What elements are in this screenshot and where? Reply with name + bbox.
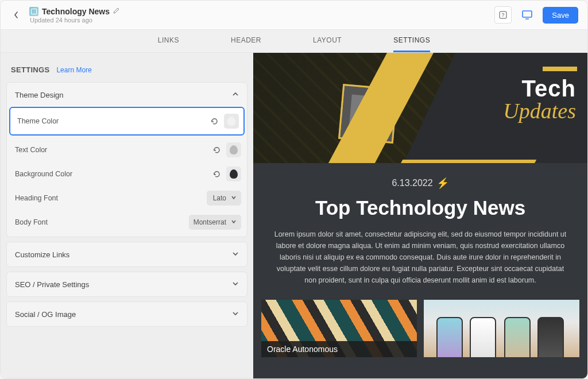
updated-text: Updated 24 hours ago — [30, 17, 494, 24]
svg-text:?: ? — [502, 12, 505, 18]
tab-settings[interactable]: SETTINGS — [393, 36, 430, 52]
hero-banner: Tech Updates — [253, 53, 587, 163]
bolt-icon: ⚡ — [436, 177, 449, 190]
chevron-down-icon — [232, 309, 239, 319]
row-bg-color[interactable]: Background Color — [7, 162, 247, 186]
page-title: Technology News — [42, 7, 110, 16]
body-font-select[interactable]: Montserrat — [189, 215, 241, 230]
preview-body: Lorem ipsum dolor sit amet, consectetur … — [271, 229, 570, 286]
top-bar: Technology News Updated 24 hours ago ? S… — [1, 1, 587, 30]
section-head-theme-design[interactable]: Theme Design — [7, 83, 247, 107]
row-body-font[interactable]: Body Font Montserrat — [7, 210, 247, 237]
preview-card-1: Oracle Autonomous — [261, 300, 417, 357]
section-customize-links: Customize Links — [6, 242, 247, 267]
help-button[interactable]: ? — [494, 6, 512, 24]
chevron-down-icon — [231, 194, 237, 202]
section-seo: SEO / Private Settings — [6, 272, 247, 297]
chevron-down-icon — [232, 279, 239, 289]
tab-header[interactable]: HEADER — [231, 36, 261, 52]
row-heading-font[interactable]: Heading Font Lato — [7, 186, 247, 210]
heading-font-select[interactable]: Lato — [207, 191, 241, 206]
theme-color-swatch[interactable] — [224, 114, 239, 129]
svg-rect-2 — [523, 11, 532, 17]
back-button[interactable] — [10, 9, 22, 21]
preview-device-button[interactable] — [519, 6, 536, 24]
text-color-swatch[interactable] — [226, 142, 241, 157]
row-text-color[interactable]: Text Color — [7, 138, 247, 162]
chevron-down-icon — [232, 249, 239, 260]
edit-title-button[interactable] — [113, 7, 120, 16]
preview-date: 6.13.2022 — [392, 178, 432, 188]
row-theme-color[interactable]: Theme Color — [9, 107, 245, 136]
section-social: Social / OG Image — [6, 301, 247, 327]
section-theme-design: Theme Design Theme Color Text Color Back… — [6, 82, 247, 237]
hero-title-2: Updates — [503, 100, 576, 122]
bg-color-swatch[interactable] — [226, 167, 241, 181]
preview-pane: Tech Updates 6.13.2022 ⚡ Top Technology … — [253, 53, 587, 379]
preview-headline: Top Technology News — [268, 196, 572, 219]
settings-heading: SETTINGS — [11, 65, 49, 74]
reset-icon[interactable] — [210, 144, 223, 156]
chevron-down-icon — [231, 218, 237, 226]
save-button[interactable]: Save — [543, 7, 578, 24]
hero-title-1: Tech — [503, 77, 576, 100]
chevron-up-icon — [232, 90, 239, 100]
section-head-seo[interactable]: SEO / Private Settings — [7, 272, 247, 296]
section-head-customize-links[interactable]: Customize Links — [7, 242, 247, 266]
reset-icon[interactable] — [208, 115, 220, 127]
reset-icon[interactable] — [210, 168, 223, 180]
tab-links[interactable]: LINKS — [158, 36, 179, 52]
preview-card-2 — [424, 300, 579, 357]
page-icon — [29, 7, 38, 16]
settings-panel: SETTINGS Learn More Theme Design Theme C… — [1, 53, 253, 379]
tab-layout[interactable]: LAYOUT — [313, 36, 342, 52]
tab-bar: LINKS HEADER LAYOUT SETTINGS — [1, 30, 587, 53]
section-head-social[interactable]: Social / OG Image — [7, 302, 247, 326]
card-1-label: Oracle Autonomous — [261, 341, 417, 357]
learn-more-link[interactable]: Learn More — [56, 66, 91, 74]
